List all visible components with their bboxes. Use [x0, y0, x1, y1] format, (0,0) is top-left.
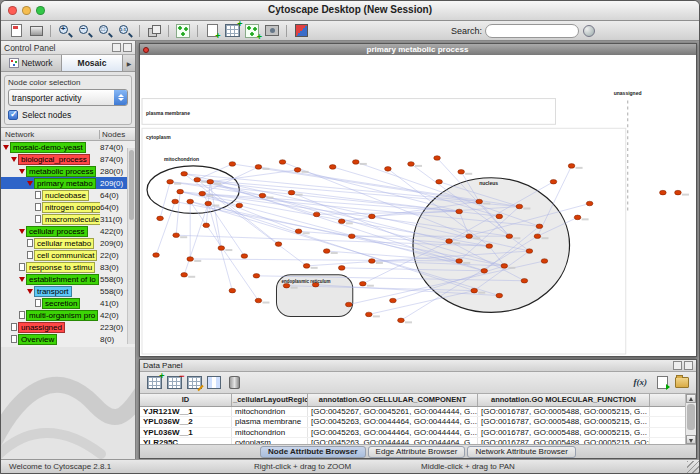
- float-panel-icon[interactable]: [112, 43, 121, 52]
- expand-triangle-icon[interactable]: [11, 157, 17, 162]
- tree-header-nodes[interactable]: Nodes: [99, 130, 135, 139]
- expand-triangle-icon[interactable]: [19, 277, 25, 282]
- graph-node[interactable]: [181, 172, 188, 177]
- graph-node[interactable]: [329, 165, 336, 170]
- graph-node[interactable]: [294, 168, 301, 173]
- graph-node[interactable]: [345, 302, 352, 307]
- tree-node-label[interactable]: cellular metabo: [34, 238, 94, 249]
- float-data-panel-icon[interactable]: [673, 361, 682, 370]
- expand-triangle-icon[interactable]: [3, 145, 9, 150]
- column-header[interactable]: ID: [140, 394, 232, 406]
- graph-node[interactable]: [194, 177, 201, 182]
- graph-node[interactable]: [255, 298, 262, 303]
- formula-builder-icon[interactable]: [633, 375, 651, 391]
- expand-triangle-icon[interactable]: [19, 229, 25, 234]
- close-data-panel-icon[interactable]: [684, 361, 693, 370]
- graph-node[interactable]: [471, 288, 478, 293]
- graph-node[interactable]: [398, 318, 405, 323]
- graph-node[interactable]: [359, 281, 366, 286]
- tab-network[interactable]: Network: [1, 55, 62, 71]
- tree-node-label[interactable]: biological_process: [18, 154, 90, 165]
- graph-node[interactable]: [236, 203, 243, 208]
- graph-node[interactable]: [369, 214, 376, 219]
- graph-node[interactable]: [536, 224, 543, 229]
- table-row[interactable]: YLR295Ccytoplasm[GO:0045263, GO:0044444,…: [140, 438, 686, 444]
- import-network-icon[interactable]: [203, 23, 221, 39]
- graph-node[interactable]: [338, 219, 345, 224]
- tree-node-label[interactable]: response to stimu: [26, 262, 95, 273]
- vizmapper-icon[interactable]: [292, 23, 310, 39]
- graph-node[interactable]: [434, 156, 441, 161]
- zoom-out-icon[interactable]: [76, 23, 94, 39]
- tree-row[interactable]: macromolecule311(0): [1, 213, 135, 225]
- table-row[interactable]: YPL036W__2plasma membrane[GO:0045263, GO…: [140, 417, 686, 427]
- tree-row[interactable]: response to stimu83(0): [1, 261, 135, 273]
- graph-node[interactable]: [205, 201, 212, 206]
- graph-node[interactable]: [241, 254, 248, 259]
- tree-row[interactable]: secretion41(0): [1, 297, 135, 309]
- network-canvas[interactable]: plasma membranecytoplasmmitochondrionnuc…: [140, 55, 696, 356]
- graph-node[interactable]: [348, 234, 355, 239]
- network-view-close-icon[interactable]: [143, 47, 149, 53]
- tree-node-label[interactable]: primary metabo: [34, 178, 96, 189]
- graph-node[interactable]: [446, 239, 453, 244]
- graph-node[interactable]: [177, 189, 184, 194]
- graph-node[interactable]: [323, 249, 330, 254]
- graph-node[interactable]: [199, 191, 206, 196]
- tree-row[interactable]: cellular process422(0): [1, 225, 135, 237]
- search-options-icon[interactable]: [580, 23, 598, 39]
- graph-node[interactable]: [574, 215, 581, 220]
- graph-node[interactable]: [486, 244, 493, 249]
- graph-node[interactable]: [456, 209, 463, 214]
- tree-node-label[interactable]: Overview: [18, 334, 57, 345]
- graph-node[interactable]: [295, 229, 302, 234]
- table-scrollbar[interactable]: [685, 394, 696, 444]
- graph-node[interactable]: [187, 199, 194, 204]
- graph-node[interactable]: [436, 179, 443, 184]
- tree-row[interactable]: nucleobase64(0): [1, 189, 135, 201]
- rename-attribute-icon[interactable]: [185, 375, 203, 391]
- graph-node[interactable]: [173, 233, 180, 238]
- column-header[interactable]: _cellularLayoutRegion: [232, 394, 308, 406]
- tree-node-label[interactable]: cellular process: [26, 226, 88, 237]
- tree-node-label[interactable]: macromolecule: [42, 214, 100, 225]
- graph-node[interactable]: [338, 266, 345, 271]
- tab-node-attribute-browser[interactable]: Node Attribute Browser: [260, 446, 366, 458]
- tree-row[interactable]: transport558(0): [1, 285, 135, 297]
- graph-node[interactable]: [481, 269, 488, 274]
- new-attribute-icon[interactable]: [145, 375, 163, 391]
- expand-triangle-icon[interactable]: [27, 181, 33, 186]
- tree-node-label[interactable]: mosaic-demo-yeast: [10, 142, 86, 153]
- tree-node-label[interactable]: nucleobase: [42, 190, 89, 201]
- table-row[interactable]: YJR121W__1mitochondrion[GO:0045267, GO:0…: [140, 407, 686, 417]
- graph-node[interactable]: [496, 214, 503, 219]
- tree-row[interactable]: mosaic-demo-yeast874(0): [1, 141, 135, 153]
- graph-node[interactable]: [187, 257, 194, 262]
- tab-network-attribute-browser[interactable]: Network Attribute Browser: [467, 446, 575, 458]
- open-session-icon[interactable]: [7, 23, 25, 39]
- graph-node[interactable]: [526, 249, 533, 254]
- graph-node[interactable]: [385, 167, 392, 172]
- column-header[interactable]: annotation.GO CELLULAR_COMPONENT: [308, 394, 478, 406]
- tree-row[interactable]: cellular metabo209(0): [1, 237, 135, 249]
- tab-edge-attribute-browser[interactable]: Edge Attribute Browser: [368, 446, 466, 458]
- tree-row[interactable]: cell communicat22(0): [1, 249, 135, 261]
- save-session-icon[interactable]: [27, 23, 45, 39]
- tree-node-label[interactable]: establishment of lo: [26, 274, 99, 285]
- graph-node[interactable]: [369, 259, 376, 264]
- tree-row[interactable]: multi-organism pro42(0): [1, 309, 135, 321]
- import-attributes-icon[interactable]: [223, 23, 241, 39]
- new-network-icon[interactable]: [243, 23, 261, 39]
- graph-node[interactable]: [157, 216, 164, 221]
- zoom-in-icon[interactable]: [56, 23, 74, 39]
- graph-node[interactable]: [516, 204, 523, 209]
- expand-triangle-icon[interactable]: [19, 169, 25, 174]
- tree-node-label[interactable]: cell communicat: [34, 250, 97, 261]
- graph-node[interactable]: [458, 170, 465, 175]
- graph-node[interactable]: [660, 190, 667, 195]
- tree-node-label[interactable]: nitrogen compo: [42, 202, 100, 213]
- graph-node[interactable]: [466, 234, 473, 239]
- graph-node[interactable]: [167, 179, 174, 184]
- tab-scroll-right-icon[interactable]: [123, 55, 135, 71]
- scroll-thumb[interactable]: [687, 404, 695, 430]
